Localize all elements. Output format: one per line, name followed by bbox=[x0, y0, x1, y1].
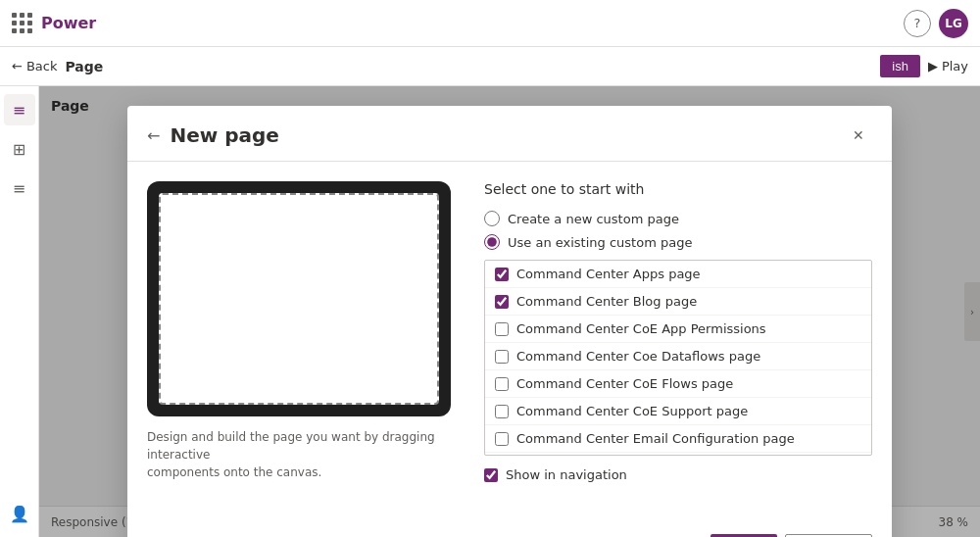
radio-use-existing-input[interactable] bbox=[484, 234, 500, 250]
back-label: Back bbox=[26, 59, 58, 73]
avatar[interactable]: LG bbox=[939, 9, 968, 38]
dialog-overlay: ← New page ✕ Design and bu bbox=[39, 86, 980, 537]
list-item[interactable]: Command Center CoE App Permissions bbox=[485, 316, 871, 343]
list-item[interactable]: Command Center CoE Flows page bbox=[485, 370, 871, 398]
radio-create-new-label: Create a new custom page bbox=[508, 212, 679, 226]
checkbox-label-coe-app: Command Center CoE App Permissions bbox=[516, 321, 766, 336]
checkbox-input-support[interactable] bbox=[495, 405, 509, 418]
help-icon[interactable]: ? bbox=[904, 10, 931, 37]
app-brand: Power bbox=[41, 14, 96, 32]
sidebar-item-settings[interactable]: 👤 bbox=[4, 498, 35, 529]
app-shell: Power ? LG ← Back Page ish ▶ Play ≡ ⊞ ≡ … bbox=[0, 0, 980, 537]
checkbox-label-email-config: Command Center Email Configuration page bbox=[516, 431, 795, 446]
new-page-dialog: ← New page ✕ Design and bu bbox=[127, 106, 892, 537]
list-item[interactable]: Command Center Apps page bbox=[485, 261, 871, 288]
dialog-header: ← New page ✕ bbox=[127, 106, 892, 162]
dialog-options: Select one to start with Create a new cu… bbox=[484, 181, 872, 514]
back-button[interactable]: ← Back bbox=[12, 59, 57, 73]
list-item[interactable]: Command Center Coe Dataflows page bbox=[485, 343, 871, 370]
checkbox-input-dataflows[interactable] bbox=[495, 350, 509, 364]
dialog-preview: Design and build the page you want by dr… bbox=[147, 181, 461, 514]
page-title: Page bbox=[65, 59, 103, 74]
checkbox-label-blog: Command Center Blog page bbox=[516, 294, 697, 309]
show-navigation-checkbox[interactable] bbox=[484, 468, 498, 482]
checkbox-input-blog[interactable] bbox=[495, 295, 509, 309]
waffle-icon[interactable] bbox=[12, 13, 33, 34]
publish-button[interactable]: ish bbox=[880, 55, 920, 77]
dialog-close-button[interactable]: ✕ bbox=[845, 122, 872, 149]
checkbox-input-flows[interactable] bbox=[495, 377, 509, 391]
list-item[interactable]: Command Center Environment Variables pag… bbox=[485, 453, 871, 456]
top-bar: Power ? LG bbox=[0, 0, 980, 47]
list-item[interactable]: Command Center Email Configuration page bbox=[485, 425, 871, 453]
checkbox-label-dataflows: Command Center Coe Dataflows page bbox=[516, 349, 760, 364]
play-button[interactable]: ▶ Play bbox=[928, 59, 968, 73]
sidebar: ≡ ⊞ ≡ 👤 bbox=[0, 86, 39, 537]
radio-create-new[interactable]: Create a new custom page bbox=[484, 211, 872, 226]
tablet-screen bbox=[159, 193, 439, 405]
radio-group: Create a new custom page Use an existing… bbox=[484, 211, 872, 250]
sidebar-item-menu[interactable]: ≡ bbox=[4, 94, 35, 125]
main-layout: ≡ ⊞ ≡ 👤 Page › ← New page bbox=[0, 86, 980, 537]
checkbox-label-flows: Command Center CoE Flows page bbox=[516, 376, 733, 391]
dialog-back-icon[interactable]: ← bbox=[147, 126, 160, 145]
show-navigation-row: Show in navigation bbox=[484, 467, 872, 482]
dialog-title: New page bbox=[170, 123, 835, 147]
list-item[interactable]: Command Center CoE Support page bbox=[485, 398, 871, 425]
select-label: Select one to start with bbox=[484, 181, 872, 197]
list-item[interactable]: Command Center Blog page bbox=[485, 288, 871, 316]
checkbox-input-email-config[interactable] bbox=[495, 432, 509, 446]
show-navigation-label: Show in navigation bbox=[506, 467, 627, 482]
close-icon: ✕ bbox=[853, 127, 864, 143]
back-arrow-icon: ← bbox=[12, 59, 23, 73]
tablet-preview bbox=[147, 181, 451, 416]
checkbox-input-coe-app[interactable] bbox=[495, 322, 509, 336]
checkbox-label-support: Command Center CoE Support page bbox=[516, 404, 748, 418]
content-area: Page › ← New page ✕ bbox=[39, 86, 980, 537]
checkbox-label-apps: Command Center Apps page bbox=[516, 267, 701, 281]
checkbox-list: Command Center Apps pageCommand Center B… bbox=[484, 260, 872, 456]
radio-use-existing[interactable]: Use an existing custom page bbox=[484, 234, 872, 250]
checkbox-input-apps[interactable] bbox=[495, 268, 509, 281]
play-icon: ▶ bbox=[928, 59, 938, 73]
preview-text: Design and build the page you want by dr… bbox=[147, 428, 461, 481]
play-label: Play bbox=[942, 59, 968, 73]
sidebar-item-insert[interactable]: ⊞ bbox=[4, 133, 35, 165]
radio-use-existing-label: Use an existing custom page bbox=[508, 235, 692, 250]
radio-create-new-input[interactable] bbox=[484, 211, 500, 226]
second-bar: ← Back Page ish ▶ Play bbox=[0, 47, 980, 86]
sidebar-item-tree[interactable]: ≡ bbox=[4, 172, 35, 204]
dialog-body: Design and build the page you want by dr… bbox=[127, 162, 892, 534]
